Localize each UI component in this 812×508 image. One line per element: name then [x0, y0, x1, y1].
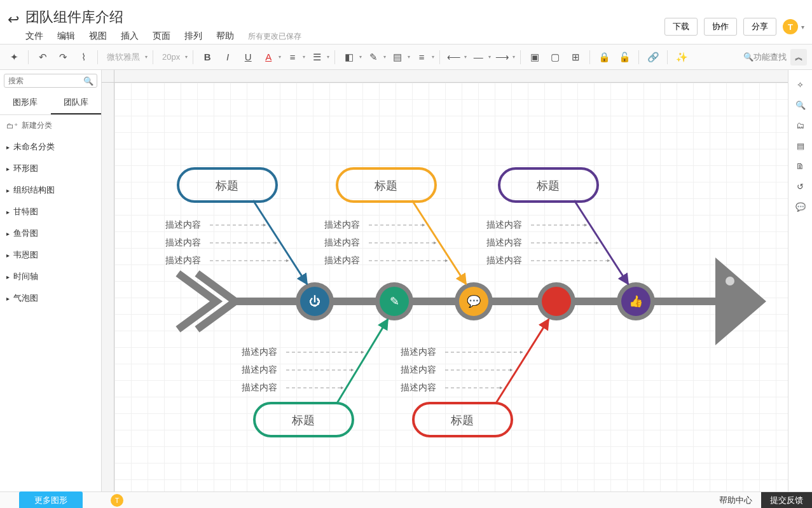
- user-avatar[interactable]: T: [783, 19, 798, 34]
- svg-text:标题: 标题: [374, 179, 397, 192]
- svg-marker-1: [715, 257, 766, 345]
- svg-text:描述内容: 描述内容: [401, 364, 436, 374]
- cat-label: 甘特图: [13, 206, 38, 217]
- caret-icon: ▸: [6, 273, 10, 280]
- underline-icon[interactable]: U: [239, 48, 257, 66]
- collapse-toolbar-icon[interactable]: ︽: [790, 49, 807, 65]
- feature-search[interactable]: 🔍 功能查找: [743, 51, 787, 63]
- menu-help[interactable]: 帮助: [216, 31, 234, 42]
- shape-search: 🔍: [4, 74, 97, 88]
- connector-line-icon[interactable]: —: [469, 48, 487, 66]
- cat-label: 鱼骨图: [13, 228, 38, 239]
- collaborate-button[interactable]: 协作: [704, 18, 737, 36]
- format-painter-icon[interactable]: ⌇: [74, 48, 92, 66]
- back-arrow-icon[interactable]: ↩: [8, 11, 19, 28]
- svg-text:⏻: ⏻: [309, 295, 320, 308]
- svg-text:描述内容: 描述内容: [242, 347, 277, 357]
- svg-point-13: [542, 287, 571, 316]
- help-center-link[interactable]: 帮助中心: [710, 492, 761, 508]
- doc-title[interactable]: 团队组件库介绍: [25, 8, 123, 27]
- cat-label: 未命名分类: [13, 141, 55, 153]
- send-back-icon[interactable]: ▢: [546, 48, 564, 66]
- cat-label: 时间轴: [13, 271, 38, 282]
- tab-team[interactable]: 团队库: [51, 92, 102, 114]
- history-icon[interactable]: ↺: [792, 178, 809, 195]
- new-category[interactable]: 🗀⁺ 新建分类: [0, 115, 101, 136]
- line-style-icon[interactable]: ▤: [389, 48, 406, 66]
- fill-color-icon[interactable]: ◧: [340, 48, 358, 66]
- avatar-caret-icon[interactable]: ▾: [801, 24, 804, 31]
- download-button[interactable]: 下载: [664, 18, 698, 36]
- lock-icon[interactable]: 🔒: [595, 48, 613, 66]
- svg-text:描述内容: 描述内容: [401, 347, 436, 357]
- menu-edit[interactable]: 编辑: [57, 31, 75, 42]
- cat-item[interactable]: ▸组织结构图: [0, 179, 101, 201]
- cursor-tool-icon[interactable]: ✦: [5, 48, 23, 66]
- pages-icon[interactable]: ▤: [792, 137, 809, 154]
- bring-front-icon[interactable]: ▣: [526, 48, 544, 66]
- footer-avatar[interactable]: T: [111, 494, 123, 507]
- svg-line-17: [253, 200, 307, 284]
- cat-item[interactable]: ▸鱼骨图: [0, 223, 101, 244]
- group-icon[interactable]: ⊞: [567, 48, 584, 66]
- font-size-select[interactable]: 20px: [158, 52, 184, 62]
- header-actions: 下载 协作 分享 T ▾: [664, 18, 804, 36]
- lib-tabs: 图形库 团队库: [0, 92, 101, 115]
- toolbar: ✦ ↶ ↷ ⌇ 微软雅黑▾ 20px▾ B I U A▾ ≡▾ ☰▾ ◧▾ ✎▾…: [0, 45, 812, 70]
- fishbone-diagram[interactable]: ⏻ ✎ 💬 👍: [114, 83, 788, 490]
- menu-page[interactable]: 页面: [153, 31, 170, 42]
- font-color-icon[interactable]: A: [259, 48, 277, 66]
- redo-icon[interactable]: ↷: [54, 48, 72, 66]
- italic-icon[interactable]: I: [219, 48, 237, 66]
- list-icon[interactable]: ☰: [308, 48, 326, 66]
- comment-icon[interactable]: 💬: [792, 198, 809, 215]
- svg-text:描述内容: 描述内容: [165, 237, 201, 247]
- feedback-link[interactable]: 提交反馈: [761, 492, 812, 508]
- svg-text:描述内容: 描述内容: [486, 237, 522, 247]
- new-page-icon[interactable]: 🗎: [792, 158, 809, 174]
- share-button[interactable]: 分享: [743, 18, 776, 36]
- menu-file[interactable]: 文件: [25, 31, 43, 42]
- save-status: 所有更改已保存: [248, 31, 301, 42]
- bold-icon[interactable]: B: [198, 48, 216, 66]
- svg-line-19: [574, 200, 628, 284]
- unlock-icon[interactable]: 🔓: [616, 48, 633, 66]
- more-shapes-button[interactable]: 更多图形: [19, 491, 83, 509]
- ruler-corner: [102, 70, 114, 83]
- cat-item[interactable]: ▸韦恩图: [0, 244, 101, 266]
- undo-icon[interactable]: ↶: [34, 48, 52, 66]
- cat-item[interactable]: ▸时间轴: [0, 266, 101, 287]
- cat-item[interactable]: ▸气泡图: [0, 287, 101, 309]
- canvas[interactable]: ⏻ ✎ 💬 👍: [114, 83, 812, 491]
- tab-shapes[interactable]: 图形库: [0, 92, 51, 114]
- link-icon[interactable]: 🔗: [644, 48, 662, 66]
- menu-arrange[interactable]: 排列: [184, 31, 202, 42]
- layers-icon[interactable]: 🗂: [792, 117, 809, 134]
- outline-icon[interactable]: 🔍: [792, 97, 809, 113]
- font-family-select[interactable]: 微软雅黑: [103, 51, 144, 63]
- align-icon[interactable]: ≡: [284, 48, 301, 66]
- svg-text:标题: 标题: [536, 179, 560, 192]
- ruler-vertical: [102, 83, 114, 491]
- cat-item[interactable]: ▸未命名分类: [0, 136, 101, 158]
- right-rail: ✧ 🔍 🗂 ▤ 🗎 ↺ 💬: [788, 70, 812, 491]
- main: 🔍 图形库 团队库 🗀⁺ 新建分类 ▸未命名分类 ▸环形图 ▸组织结构图 ▸甘特…: [0, 70, 812, 491]
- connector-start-icon[interactable]: ⟵: [445, 48, 463, 66]
- magic-icon[interactable]: ✨: [673, 48, 691, 66]
- caret-icon: ▸: [6, 187, 10, 194]
- search-icon[interactable]: 🔍: [83, 76, 93, 86]
- svg-text:描述内容: 描述内容: [324, 219, 360, 230]
- caret-icon: ▸: [6, 230, 10, 237]
- line-color-icon[interactable]: ✎: [364, 48, 382, 66]
- header: ↩ 团队组件库介绍 文件 编辑 视图 插入 页面 排列 帮助 所有更改已保存 下…: [0, 0, 812, 45]
- cat-item[interactable]: ▸甘特图: [0, 201, 101, 223]
- line-width-icon[interactable]: ≡: [413, 48, 430, 66]
- cat-label: 韦恩图: [13, 249, 38, 261]
- svg-text:标题: 标题: [291, 414, 315, 427]
- svg-text:💬: 💬: [467, 294, 481, 308]
- menu-view[interactable]: 视图: [89, 31, 107, 42]
- connector-end-icon[interactable]: ⟶: [493, 48, 511, 66]
- cat-item[interactable]: ▸环形图: [0, 158, 101, 179]
- menu-insert[interactable]: 插入: [121, 31, 139, 42]
- navigator-icon[interactable]: ✧: [792, 76, 809, 93]
